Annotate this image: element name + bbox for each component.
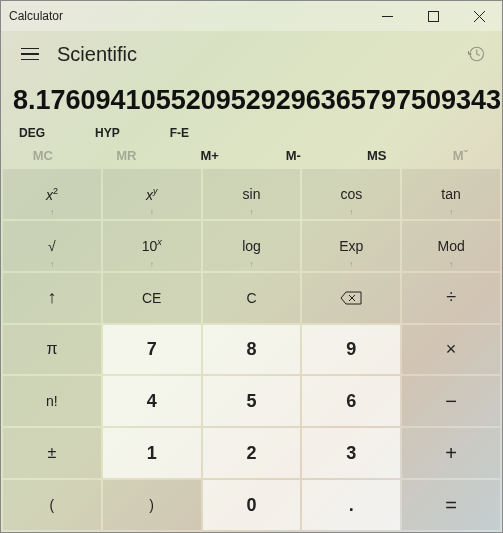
hyp-toggle[interactable]: HYP xyxy=(95,126,120,140)
multiply-button[interactable]: × xyxy=(402,325,500,375)
ms-button[interactable]: MS xyxy=(335,148,419,163)
backspace-button[interactable] xyxy=(302,273,400,323)
digit-8-button[interactable]: 8 xyxy=(203,325,301,375)
ce-button[interactable]: CE xyxy=(103,273,201,323)
titlebar: Calculator xyxy=(1,1,502,31)
plus-minus-button[interactable]: ± xyxy=(3,428,101,478)
log-button[interactable]: log↑ xyxy=(203,221,301,271)
digit-2-button[interactable]: 2 xyxy=(203,428,301,478)
subtract-button[interactable]: − xyxy=(402,376,500,426)
exp-button[interactable]: Exp↑ xyxy=(302,221,400,271)
fe-toggle[interactable]: F-E xyxy=(170,126,189,140)
mc-button[interactable]: MC xyxy=(1,148,85,163)
decimal-button[interactable]: . xyxy=(302,480,400,530)
svg-rect-1 xyxy=(428,11,438,21)
tan-button[interactable]: tan↑ xyxy=(402,169,500,219)
deg-toggle[interactable]: DEG xyxy=(19,126,45,140)
left-paren-button[interactable]: ( xyxy=(3,480,101,530)
maximize-button[interactable] xyxy=(410,1,456,31)
mod-button[interactable]: Mod↑ xyxy=(402,221,500,271)
history-icon[interactable] xyxy=(460,38,492,70)
digit-4-button[interactable]: 4 xyxy=(103,376,201,426)
mode-label: Scientific xyxy=(57,43,137,66)
close-button[interactable] xyxy=(456,1,502,31)
equals-button[interactable]: = xyxy=(402,480,500,530)
display: 8.1760941055209529296365797509343 xyxy=(1,77,502,116)
window-title: Calculator xyxy=(9,9,63,23)
mr-button[interactable]: MR xyxy=(85,148,169,163)
shift-button[interactable]: ↑ xyxy=(3,273,101,323)
calculator-window: Calculator Scientific 8.1760941055209529… xyxy=(0,0,503,533)
mplus-button[interactable]: M+ xyxy=(168,148,252,163)
digit-0-button[interactable]: 0 xyxy=(203,480,301,530)
factorial-button[interactable]: n! xyxy=(3,376,101,426)
right-paren-button[interactable]: ) xyxy=(103,480,201,530)
digit-7-button[interactable]: 7 xyxy=(103,325,201,375)
mflyout-button[interactable]: Mˇ xyxy=(419,148,503,163)
mminus-button[interactable]: M- xyxy=(252,148,336,163)
window-controls xyxy=(364,1,502,31)
memory-row: MC MR M+ M- MS Mˇ xyxy=(1,144,502,169)
keypad: x2↑ xy↑ sin↑ cos↑ tan↑ √↑ 10x↑ log↑ Exp↑… xyxy=(1,169,502,532)
digit-9-button[interactable]: 9 xyxy=(302,325,400,375)
header: Scientific xyxy=(1,31,502,77)
x-power-y-button[interactable]: xy↑ xyxy=(103,169,201,219)
add-button[interactable]: + xyxy=(402,428,500,478)
minimize-button[interactable] xyxy=(364,1,410,31)
menu-icon[interactable] xyxy=(11,35,49,73)
c-button[interactable]: C xyxy=(203,273,301,323)
pi-button[interactable]: π xyxy=(3,325,101,375)
digit-6-button[interactable]: 6 xyxy=(302,376,400,426)
x-squared-button[interactable]: x2↑ xyxy=(3,169,101,219)
digit-3-button[interactable]: 3 xyxy=(302,428,400,478)
digit-1-button[interactable]: 1 xyxy=(103,428,201,478)
sin-button[interactable]: sin↑ xyxy=(203,169,301,219)
mode-row: DEG HYP F-E xyxy=(1,116,502,144)
ten-power-x-button[interactable]: 10x↑ xyxy=(103,221,201,271)
divide-button[interactable]: ÷ xyxy=(402,273,500,323)
digit-5-button[interactable]: 5 xyxy=(203,376,301,426)
cos-button[interactable]: cos↑ xyxy=(302,169,400,219)
sqrt-button[interactable]: √↑ xyxy=(3,221,101,271)
